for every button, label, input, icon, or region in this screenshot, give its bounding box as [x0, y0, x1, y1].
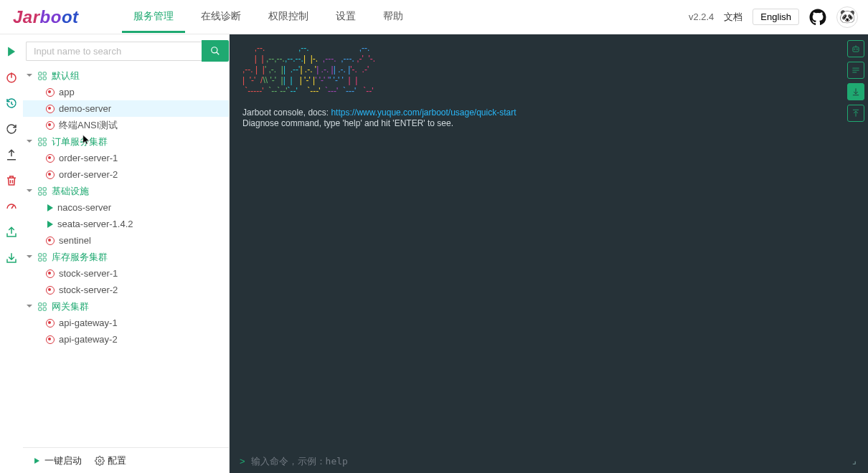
export-icon[interactable]	[4, 225, 19, 239]
search-button[interactable]	[202, 40, 229, 62]
group-icon	[37, 137, 47, 147]
svg-rect-8	[43, 77, 46, 80]
robot-icon[interactable]	[847, 40, 864, 57]
terminal[interactable]: ,--. ,--. ,--. | | ,--,--.,--.--.| |-. ,…	[230, 34, 868, 449]
terminal-input[interactable]	[251, 456, 852, 467]
avatar[interactable]: 🐼	[836, 6, 858, 28]
caret-icon	[26, 302, 34, 311]
svg-rect-11	[39, 143, 42, 145]
svg-rect-24	[43, 307, 46, 310]
config-button[interactable]: 配置	[95, 454, 126, 467]
dashboard-icon[interactable]	[4, 199, 19, 214]
stopped-icon	[46, 171, 55, 179]
tree-leaf[interactable]: api-gateway-1	[23, 315, 229, 331]
leaf-label: stock-server-2	[59, 285, 118, 295]
nav-item-1[interactable]: 在线诊断	[189, 1, 253, 33]
import-icon[interactable]	[4, 251, 19, 265]
refresh-icon[interactable]	[4, 122, 19, 136]
resize-handle-icon[interactable]: ⌟	[852, 456, 857, 466]
scroll-top-icon[interactable]	[847, 105, 864, 122]
nav-item-0[interactable]: 服务管理	[122, 1, 185, 33]
svg-line-2	[11, 206, 14, 209]
tree-group[interactable]: 订单服务集群	[23, 133, 229, 150]
tree-leaf[interactable]: app	[23, 84, 229, 100]
github-icon[interactable]	[809, 9, 826, 26]
start-all-button[interactable]: 一键启动	[32, 454, 82, 467]
leaf-label: order-server-1	[59, 153, 118, 163]
scroll-bottom-icon[interactable]	[847, 83, 864, 100]
group-label: 网关集群	[52, 300, 89, 313]
leaf-label: api-gateway-2	[59, 334, 118, 345]
terminal-input-row: > ⌟	[230, 449, 868, 473]
group-label: 基础设施	[52, 185, 89, 198]
docs-link[interactable]: 文档	[724, 11, 742, 24]
leaf-label: order-server-2	[59, 169, 118, 180]
tree-leaf[interactable]: 终端ANSI测试	[23, 117, 229, 133]
leaf-label: stock-server-1	[59, 268, 118, 279]
start-icon[interactable]	[4, 44, 19, 59]
stopped-icon	[46, 88, 55, 97]
caret-icon	[26, 253, 34, 262]
language-button[interactable]: English	[753, 9, 799, 25]
terminal-line: Diagnose command, type 'help' and hit 'E…	[242, 118, 453, 128]
tree-leaf[interactable]: stock-server-1	[23, 265, 229, 282]
svg-rect-18	[43, 253, 46, 256]
svg-rect-16	[43, 192, 46, 195]
tree-group[interactable]: 网关集群	[23, 298, 229, 315]
version-label: v2.2.4	[689, 11, 714, 22]
upload-icon[interactable]	[4, 148, 19, 162]
stopped-icon	[46, 286, 55, 295]
wrap-icon[interactable]	[847, 62, 864, 79]
svg-point-29	[857, 49, 857, 49]
tree-leaf[interactable]: sentinel	[23, 232, 229, 249]
caret-icon	[26, 187, 34, 196]
tree-group[interactable]: 默认组	[23, 67, 229, 84]
tree-group[interactable]: 库存服务集群	[23, 249, 229, 265]
stop-icon[interactable]	[4, 70, 19, 85]
logo: Jarboot	[13, 7, 79, 27]
terminal-tools	[847, 40, 864, 122]
start-all-label: 一键启动	[44, 454, 82, 467]
svg-rect-21	[39, 302, 42, 305]
svg-rect-22	[43, 302, 46, 305]
group-label: 库存服务集群	[52, 251, 108, 264]
svg-rect-17	[39, 253, 42, 256]
config-label: 配置	[108, 454, 126, 467]
header: Jarboot 服务管理在线诊断权限控制设置帮助 v2.2.4 文档 Engli…	[0, 0, 868, 34]
tree-leaf[interactable]: api-gateway-2	[23, 331, 229, 348]
tree-group[interactable]: 基础设施	[23, 183, 229, 199]
svg-point-3	[212, 47, 217, 53]
nav-item-3[interactable]: 设置	[324, 1, 367, 33]
leaf-label: 终端ANSI测试	[59, 119, 118, 132]
bottom-bar: 一键启动 配置	[23, 447, 229, 473]
stopped-icon	[46, 269, 55, 278]
svg-rect-10	[43, 138, 46, 140]
svg-point-28	[854, 49, 855, 49]
svg-rect-14	[43, 187, 46, 190]
terminal-prompt: >	[240, 456, 245, 467]
restart-icon[interactable]	[4, 96, 19, 110]
svg-rect-15	[39, 192, 42, 195]
docs-link-terminal[interactable]: https://www.yuque.com/jarboot/usage/quic…	[331, 108, 516, 118]
nav-item-4[interactable]: 帮助	[372, 1, 415, 33]
leaf-label: sentinel	[59, 235, 91, 246]
svg-rect-5	[39, 72, 42, 75]
group-label: 默认组	[52, 70, 80, 82]
leaf-label: nacos-server	[57, 202, 111, 213]
search-input[interactable]	[26, 42, 202, 61]
tree-leaf[interactable]: nacos-server	[23, 199, 229, 216]
running-icon	[47, 204, 53, 211]
svg-rect-6	[43, 72, 46, 75]
tree-leaf[interactable]: demo-server	[23, 100, 229, 117]
caret-icon	[26, 138, 34, 146]
delete-icon[interactable]	[4, 173, 19, 188]
tree-leaf[interactable]: order-server-2	[23, 166, 229, 183]
group-label: 订单服务集群	[52, 135, 108, 148]
tree-leaf[interactable]: order-server-1	[23, 150, 229, 166]
group-icon	[37, 186, 47, 196]
nav-item-2[interactable]: 权限控制	[257, 1, 320, 33]
tree-panel: 默认组appdemo-server终端ANSI测试订单服务集群order-ser…	[23, 34, 230, 473]
tree-leaf[interactable]: seata-server-1.4.2	[23, 216, 229, 232]
stopped-icon	[46, 319, 55, 328]
tree-leaf[interactable]: stock-server-2	[23, 282, 229, 298]
